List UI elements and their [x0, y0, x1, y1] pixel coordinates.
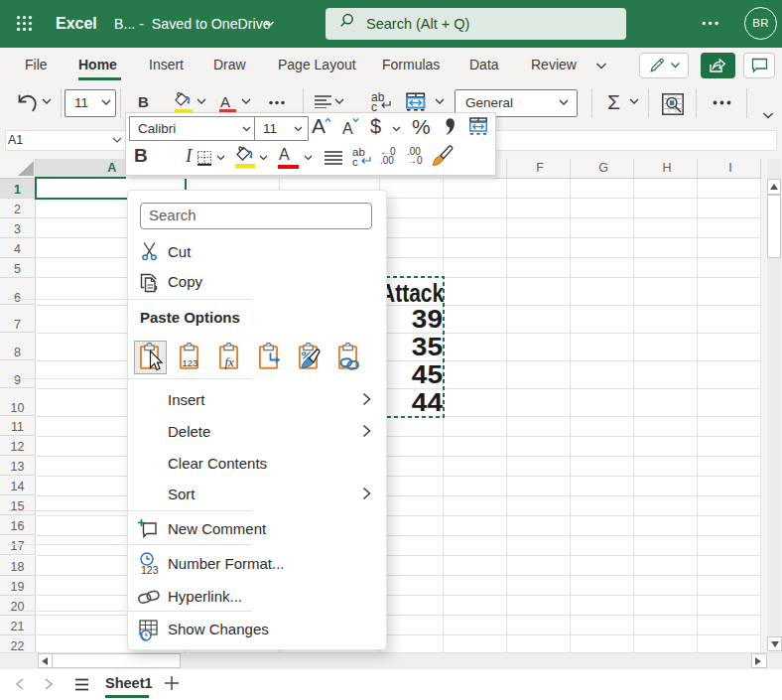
svg-text:fx: fx: [225, 354, 235, 369]
svg-text:123: 123: [182, 357, 197, 368]
svg-text:123: 123: [141, 564, 159, 576]
